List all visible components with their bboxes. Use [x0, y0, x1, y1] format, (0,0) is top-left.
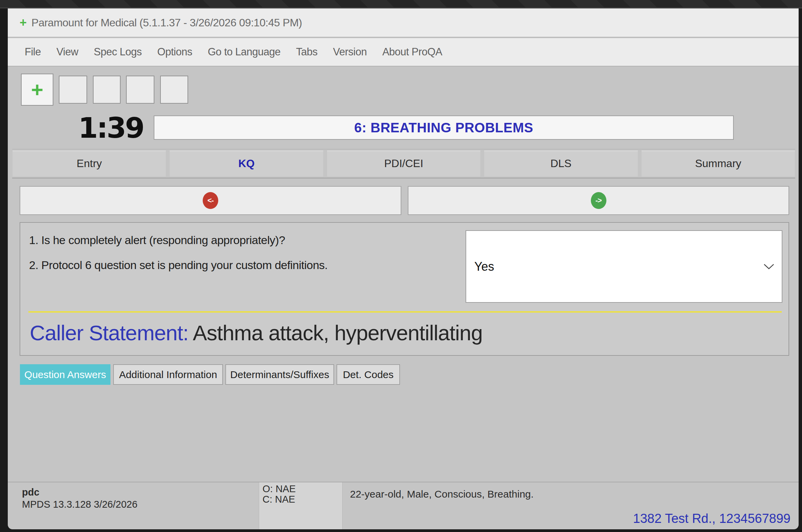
- tab-entry[interactable]: Entry: [12, 150, 166, 177]
- status-patient-summary: 22-year-old, Male, Conscious, Breathing.: [350, 489, 534, 500]
- status-bar-divider: [8, 482, 799, 482]
- menu-version[interactable]: Version: [333, 46, 367, 58]
- tab-pdi-cei[interactable]: PDI/CEI: [327, 150, 481, 177]
- case-timer: 1:39: [75, 114, 146, 142]
- question-2: 2. Protocol 6 question set is pending yo…: [29, 259, 328, 272]
- question-1: 1. Is he completely alert (responding ap…: [29, 233, 285, 247]
- case-slot-button[interactable]: [93, 76, 121, 103]
- protocol-tabstrip: Entry KQ PDI/CEI DLS Summary: [12, 149, 795, 178]
- key-questions-panel: 1. Is he completely alert (responding ap…: [20, 222, 789, 356]
- forward-arrow-icon[interactable]: ->: [591, 192, 606, 209]
- info-tab-question-answers[interactable]: Question Answers: [20, 364, 110, 385]
- status-c-code: C: NAE: [262, 494, 342, 505]
- caller-statement: Caller Statement: Asthma attack, hyperve…: [30, 321, 482, 345]
- status-o-code: O: NAE: [262, 484, 342, 494]
- status-address: 1382 Test Rd., 1234567899: [633, 511, 790, 526]
- protocol-title-box: 6: BREATHING PROBLEMS: [154, 115, 734, 140]
- menu-options[interactable]: Options: [158, 46, 192, 58]
- title-plus-icon: +: [20, 16, 27, 30]
- new-case-button[interactable]: +: [21, 74, 53, 106]
- menu-go-to-language[interactable]: Go to Language: [208, 46, 280, 58]
- menu-spec-logs[interactable]: Spec Logs: [94, 46, 142, 58]
- case-slot-button[interactable]: [126, 76, 154, 103]
- title-bar: + Paramount for Medical (5.1.1.37 - 3/26…: [8, 8, 799, 37]
- menu-tabs[interactable]: Tabs: [296, 46, 317, 58]
- chevron-down-icon: [764, 263, 774, 270]
- menu-about-proqa[interactable]: About ProQA: [382, 46, 442, 58]
- menu-bar: File View Spec Logs Options Go to Langua…: [8, 38, 799, 66]
- proqa-window: + Paramount for Medical (5.1.1.37 - 3/26…: [8, 8, 799, 529]
- info-tab-additional-information[interactable]: Additional Information: [113, 364, 223, 385]
- info-tab-determinants-suffixes[interactable]: Determinants/Suffixes: [225, 364, 334, 385]
- tab-summary[interactable]: Summary: [641, 150, 795, 177]
- menu-view[interactable]: View: [56, 46, 78, 58]
- forward-nav-bar[interactable]: ->: [408, 186, 789, 215]
- status-version: MPDS 13.3.128 3/26/2026: [22, 498, 138, 510]
- case-slot-button[interactable]: [59, 76, 87, 103]
- window-title: Paramount for Medical (5.1.1.37 - 3/26/2…: [32, 17, 302, 29]
- tab-kq[interactable]: KQ: [169, 150, 323, 177]
- tab-dls[interactable]: DLS: [484, 150, 638, 177]
- back-nav-bar[interactable]: <-: [20, 186, 401, 215]
- answer-select[interactable]: Yes: [466, 230, 782, 303]
- top-striped-bar: [0, 0, 802, 8]
- caller-statement-label: Caller Statement:: [30, 321, 188, 345]
- yellow-separator: [29, 311, 782, 312]
- status-codes-cell: O: NAE C: NAE: [259, 482, 343, 529]
- status-user-version: pdc MPDS 13.3.128 3/26/2026: [22, 486, 138, 510]
- screen: + Paramount for Medical (5.1.1.37 - 3/26…: [0, 0, 802, 532]
- case-slot-button[interactable]: [160, 76, 188, 103]
- menu-file[interactable]: File: [25, 46, 41, 58]
- protocol-title: 6: BREATHING PROBLEMS: [354, 120, 533, 135]
- status-user: pdc: [22, 486, 138, 498]
- info-tab-det-codes[interactable]: Det. Codes: [336, 364, 400, 385]
- caller-statement-value: Asthma attack, hyperventillating: [188, 321, 482, 345]
- answer-value: Yes: [474, 260, 494, 274]
- back-arrow-icon[interactable]: <-: [203, 192, 218, 209]
